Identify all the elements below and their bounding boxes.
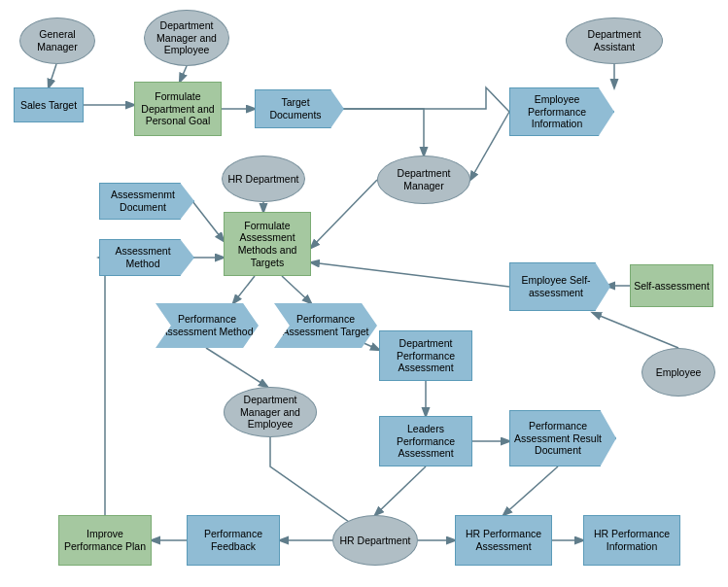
- improve-perf-plan-node: Improve Performance Plan: [58, 515, 152, 566]
- svg-line-1: [180, 66, 187, 82]
- assessment-method-node: Assessment Method: [99, 239, 194, 276]
- hr-perf-info-node: HR Performance Information: [583, 515, 680, 566]
- dept-perf-assessment-node: Department Performance Assessment: [379, 330, 472, 381]
- dept-mgr-emp-mid-node: Department Manager and Employee: [224, 387, 317, 437]
- svg-line-12: [311, 262, 509, 287]
- dept-manager-mid-node: Department Manager: [377, 155, 470, 204]
- dept-assistant-node: Department Assistant: [566, 17, 663, 64]
- svg-line-8: [192, 201, 224, 241]
- svg-line-20: [375, 466, 426, 515]
- svg-line-14: [593, 313, 678, 348]
- perf-assessment-method-node: Performance Assessment Method: [156, 303, 259, 348]
- employee-node: Employee: [641, 348, 715, 397]
- leaders-perf-assessment-node: Leaders Performance Assessment: [379, 416, 472, 466]
- general-manager-node: General Manager: [19, 17, 95, 64]
- target-documents-node: Target Documents: [255, 89, 344, 128]
- self-assessment-node: Self-assessment: [630, 264, 713, 307]
- svg-line-0: [49, 64, 56, 87]
- hr-department-top-node: HR Department: [222, 155, 305, 202]
- perf-feedback-node: Performance Feedback: [187, 515, 280, 566]
- svg-line-5: [470, 112, 509, 180]
- sales-target-node: Sales Target: [14, 87, 84, 122]
- formulate-dept-goal-node: Formulate Department and Personal Goal: [134, 82, 222, 136]
- arrows-layer: [0, 0, 728, 587]
- hr-perf-assessment-node: HR Performance Assessment: [455, 515, 552, 566]
- perf-assessment-target-node: Performance Assessment Target: [274, 303, 377, 348]
- svg-line-19: [503, 466, 558, 515]
- emp-perf-info-node: Employee Performance Information: [509, 87, 614, 136]
- flowchart-diagram: General Manager Department Manager and E…: [0, 0, 728, 587]
- dept-mgr-emp-top-node: Department Manager and Employee: [144, 10, 229, 66]
- perf-assessment-result-node: Performance Assessment Result Document: [509, 410, 616, 466]
- formulate-assessment-node: Formulate Assessment Methods and Targets: [224, 212, 311, 276]
- assessment-doc-node: Assessmenmt Document: [99, 183, 194, 220]
- hr-department-bot-node: HR Department: [332, 515, 418, 566]
- svg-line-10: [233, 276, 255, 303]
- svg-line-11: [282, 276, 311, 303]
- svg-line-15: [206, 348, 267, 387]
- svg-line-6: [311, 180, 377, 248]
- emp-self-assessment-node: Employee Self-assessment: [509, 262, 610, 311]
